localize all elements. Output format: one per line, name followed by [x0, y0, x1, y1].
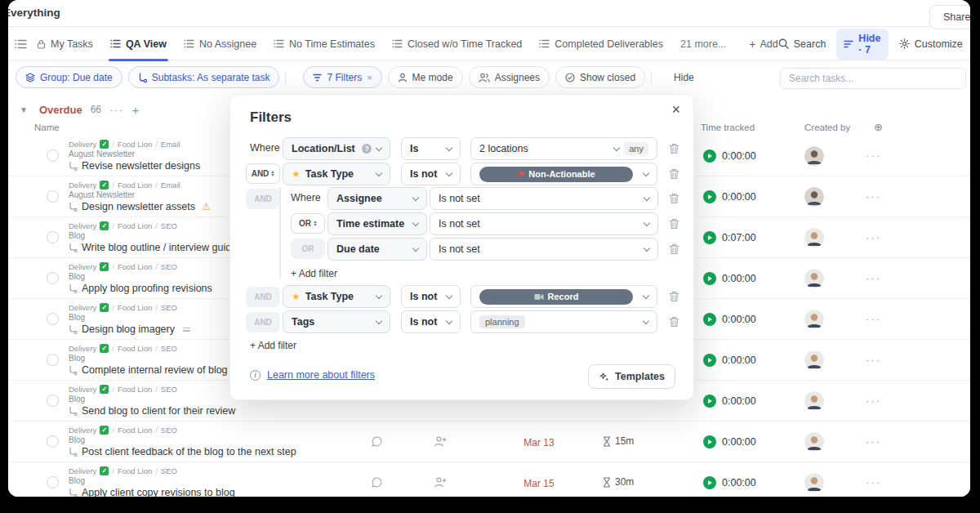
assignees-pill[interactable]: Assignees: [469, 66, 550, 88]
parent-task[interactable]: Blog: [69, 313, 190, 322]
show-closed-pill[interactable]: Show closed: [555, 66, 645, 88]
row-more-icon[interactable]: ···: [866, 190, 881, 203]
row-more-icon[interactable]: ···: [866, 395, 881, 407]
parent-task[interactable]: August Newsletter: [69, 149, 200, 158]
filter-field-dropdown[interactable]: Location/List ?: [283, 137, 390, 160]
row-more-icon[interactable]: ···: [866, 435, 881, 448]
task-row[interactable]: Delivery✓/Food Lion/SEO Blog Apply clien…: [8, 462, 970, 497]
task-name-line[interactable]: Apply client copy revisions to blog: [69, 487, 235, 497]
trash-icon[interactable]: [669, 168, 679, 180]
breadcrumb[interactable]: Delivery✓/Food Lion/SEO: [69, 426, 296, 435]
task-checkbox[interactable]: [47, 190, 59, 203]
avatar[interactable]: [804, 473, 824, 493]
play-timer-icon[interactable]: [703, 435, 716, 448]
task-checkbox[interactable]: [47, 354, 59, 366]
avatar[interactable]: [804, 391, 824, 411]
filter-value-dropdown[interactable]: Is not set: [430, 238, 658, 261]
breadcrumb[interactable]: Delivery✓/Food Lion/Email: [69, 181, 211, 190]
filter-field-dropdown[interactable]: Tags: [283, 310, 390, 333]
parent-task[interactable]: August Newsletter: [69, 190, 211, 199]
filter-value-dropdown[interactable]: Is not set: [430, 212, 658, 235]
hide-fields-button[interactable]: Hide · 7: [836, 29, 888, 60]
task-checkbox[interactable]: [47, 149, 59, 162]
parent-task[interactable]: Blog: [69, 435, 296, 444]
trash-icon[interactable]: [669, 243, 679, 255]
task-name-line[interactable]: Revise newsletter designs: [69, 160, 200, 172]
hide-toolbar-button[interactable]: Hide: [674, 72, 694, 83]
play-timer-icon[interactable]: [703, 395, 716, 408]
parent-task[interactable]: Blog: [69, 476, 235, 485]
breadcrumb[interactable]: Delivery✓/Food Lion/SEO: [69, 303, 190, 312]
avatar[interactable]: [804, 228, 824, 248]
breadcrumb[interactable]: Delivery✓/Food Lion/SEO: [69, 466, 235, 475]
parent-task[interactable]: Blog: [69, 354, 241, 363]
row-more-icon[interactable]: ···: [866, 231, 881, 243]
task-name-line[interactable]: Send blog to client for their review: [69, 405, 235, 417]
trash-icon[interactable]: [669, 291, 679, 302]
subtasks-pill[interactable]: Subtasks: As separate task: [128, 66, 280, 88]
task-name-line[interactable]: Design blog imagery: [69, 323, 190, 335]
close-icon[interactable]: ×: [671, 101, 680, 118]
group-by-pill[interactable]: Group: Due date: [16, 66, 122, 88]
filter-value-dropdown[interactable]: Is not set: [430, 187, 658, 210]
templates-button[interactable]: Templates: [588, 364, 675, 389]
filter-operator-dropdown[interactable]: Is not: [401, 310, 461, 333]
any-mode-chip[interactable]: any: [624, 142, 648, 155]
filter-value-dropdown[interactable]: 2 locations any: [470, 137, 657, 160]
trash-icon[interactable]: [669, 193, 679, 204]
search-button[interactable]: Search: [778, 38, 826, 50]
task-name-line[interactable]: Complete internal review of blog co: [69, 364, 241, 376]
filter-field-dropdown[interactable]: ★ Task Type: [283, 285, 390, 308]
filter-value-dropdown[interactable]: planning: [470, 310, 657, 333]
filter-operator-dropdown[interactable]: Is: [401, 137, 461, 160]
play-timer-icon[interactable]: [703, 313, 716, 326]
play-timer-icon[interactable]: [703, 272, 716, 285]
avatar[interactable]: [804, 187, 824, 207]
avatar[interactable]: [804, 310, 824, 329]
parent-task[interactable]: Blog: [69, 395, 235, 404]
filter-value-dropdown[interactable]: Record: [470, 285, 657, 308]
play-timer-icon[interactable]: [703, 231, 716, 244]
more-views-button[interactable]: 21 more...: [680, 38, 726, 50]
group-add-icon[interactable]: +: [132, 103, 140, 117]
search-tasks-input[interactable]: [780, 68, 966, 89]
breadcrumb[interactable]: Delivery✓/Food Lion/SEO: [69, 262, 212, 271]
parent-task[interactable]: Blog: [69, 272, 212, 281]
avatar[interactable]: [804, 350, 824, 370]
task-row[interactable]: Delivery✓/Food Lion/SEO Blog Post client…: [8, 422, 970, 462]
trash-icon[interactable]: [669, 143, 679, 154]
row-more-icon[interactable]: ···: [866, 313, 881, 325]
group-name[interactable]: Overdue: [39, 104, 82, 116]
play-timer-icon[interactable]: [703, 190, 716, 203]
task-name-line[interactable]: Post client feedback of the blog to the …: [69, 446, 296, 457]
breadcrumb[interactable]: Delivery✓/Food Lion/Email: [69, 140, 200, 149]
due-date[interactable]: Mar 13: [506, 437, 572, 448]
column-created-by[interactable]: Created by: [804, 123, 850, 132]
add-assignee-icon[interactable]: [434, 435, 447, 448]
filter-field-dropdown[interactable]: Time estimate: [327, 212, 427, 235]
time-estimate[interactable]: 15m: [603, 435, 634, 447]
avatar[interactable]: [804, 432, 824, 452]
task-checkbox[interactable]: [47, 476, 59, 488]
filter-operator-dropdown[interactable]: Is not: [401, 163, 461, 185]
task-checkbox[interactable]: [47, 435, 59, 448]
filters-pill[interactable]: 7 Filters ×: [303, 66, 381, 88]
and-or-toggle[interactable]: AND: [246, 163, 280, 184]
avatar[interactable]: [804, 269, 824, 288]
tab-qa-view[interactable]: QA View: [110, 28, 167, 60]
row-more-icon[interactable]: ···: [866, 354, 881, 366]
collapse-caret-icon[interactable]: ▼: [20, 105, 28, 114]
trash-icon[interactable]: [669, 316, 679, 328]
filter-field-dropdown[interactable]: Assignee: [327, 187, 427, 210]
group-more-icon[interactable]: ···: [109, 104, 124, 116]
due-date[interactable]: Mar 15: [506, 478, 572, 489]
task-checkbox[interactable]: [47, 272, 59, 284]
time-estimate[interactable]: 30m: [603, 476, 634, 488]
breadcrumb[interactable]: Delivery✓/Food Lion/SEO: [69, 221, 237, 230]
breadcrumb[interactable]: Delivery✓/Food Lion/SEO: [69, 344, 241, 353]
play-timer-icon[interactable]: [703, 476, 716, 489]
row-more-icon[interactable]: ···: [866, 272, 881, 284]
avatar[interactable]: [804, 146, 824, 166]
share-button[interactable]: Share: [929, 5, 970, 29]
row-more-icon[interactable]: ···: [866, 149, 881, 162]
